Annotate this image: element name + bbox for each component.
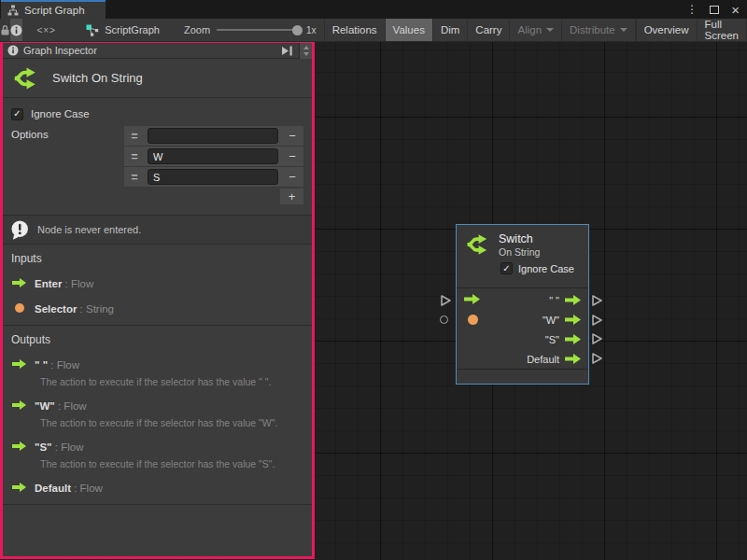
outputs-section: Outputs " " : Flow The action to execute… (3, 326, 312, 504)
drag-handle-icon[interactable]: = (124, 147, 145, 166)
dock-panel-icon[interactable] (281, 46, 293, 56)
flow-arrow-icon (565, 295, 581, 305)
option-value-input[interactable] (148, 128, 278, 144)
options-label: Options (11, 126, 49, 140)
add-option-button[interactable]: + (280, 189, 303, 204)
option-value-input[interactable] (148, 148, 278, 164)
inspector-fields: ✓ Ignore Case Options = − = (3, 98, 312, 215)
switch-on-string-node[interactable]: Switch On String ✓ Ignore Case " " (456, 224, 589, 385)
option-row: = − (124, 147, 303, 167)
zoom-value: 1x (306, 25, 317, 35)
remove-option-button[interactable]: − (281, 167, 303, 187)
chevron-down-icon (620, 28, 627, 32)
ignore-case-label: Ignore Case (31, 108, 90, 119)
graph-identity: ScriptGraph (86, 19, 160, 41)
zoom-control: Zoom 1x (184, 19, 317, 41)
flow-arrow-icon (12, 441, 26, 451)
options-list: = − = − = − (124, 126, 303, 204)
script-graph-icon (86, 24, 99, 36)
script-graph-window: Script Graph ⋮ × <×> (0, 0, 747, 560)
option-row: = − (124, 167, 303, 188)
toolbar-right-group: Overview Full Screen (636, 19, 747, 41)
node-ignore-case-checkbox[interactable]: ✓ (500, 262, 513, 274)
graph-inspector-panel: Graph Inspector Switch On String (0, 42, 315, 559)
lock-icon (0, 24, 10, 36)
external-output-port-3[interactable] (591, 332, 603, 345)
info-icon (10, 24, 22, 36)
node-selector-input-port[interactable] (468, 315, 478, 325)
output-port-row: Default : Flow (12, 479, 303, 496)
zoom-slider-handle[interactable] (292, 25, 303, 35)
external-output-port-2[interactable] (591, 314, 603, 327)
dim-button[interactable]: Dim (432, 19, 467, 41)
inputs-section: Inputs Enter : Flow Selector : String (3, 245, 312, 325)
values-button[interactable]: Values (385, 19, 432, 41)
input-port-row: Selector : String (12, 300, 303, 316)
switch-icon (465, 231, 491, 258)
info-icon (7, 45, 19, 56)
overview-button[interactable]: Overview (636, 19, 697, 41)
outputs-title: Outputs (11, 333, 303, 346)
full-screen-button[interactable]: Full Screen (697, 19, 747, 41)
maximize-icon[interactable] (710, 6, 719, 14)
external-output-port-4[interactable] (591, 352, 603, 365)
external-value-input-port[interactable] (440, 315, 448, 324)
value-port-icon (15, 303, 24, 313)
option-row: = − (124, 126, 303, 147)
warning-bubble-icon (10, 220, 30, 240)
flow-arrow-icon (12, 278, 26, 287)
output-port-row: "W" : Flow (12, 397, 303, 413)
panel-scroll-spinner[interactable] (299, 43, 312, 59)
toolbar: <×> ScriptGraph Zoom 1x Relations Values… (0, 19, 747, 42)
external-output-port-1[interactable] (591, 294, 603, 307)
inspector-node-title-block: Switch On String (3, 59, 312, 98)
ignore-case-checkbox[interactable]: ✓ (11, 108, 23, 120)
node-output-row[interactable]: "W" (543, 310, 581, 329)
lock-button[interactable] (0, 19, 10, 41)
switch-icon (12, 64, 40, 92)
warning-text: Node is never entered. (37, 224, 141, 235)
tab-script-graph[interactable]: Script Graph (1, 0, 106, 19)
node-flow-input-port[interactable] (464, 294, 480, 304)
external-flow-input-port[interactable] (440, 294, 452, 307)
node-subtitle: On String (499, 246, 540, 259)
inspector-empty-area (3, 505, 312, 556)
port-description: The action to execute if the selector ha… (40, 376, 303, 388)
drag-handle-icon[interactable]: = (124, 126, 145, 146)
distribute-dropdown[interactable]: Distribute (561, 19, 636, 41)
node-title: Switch (499, 232, 540, 246)
inspector-toggle-button[interactable] (10, 19, 22, 41)
inspector-header: Graph Inspector (3, 43, 312, 59)
node-output-row[interactable]: " " (549, 290, 581, 310)
input-port-row: Enter : Flow (12, 274, 303, 291)
output-port-row: "S" : Flow (12, 438, 303, 455)
remove-option-button[interactable]: − (281, 147, 303, 166)
output-port-row: " " : Flow (12, 356, 303, 372)
remove-option-button[interactable]: − (281, 126, 303, 146)
flow-arrow-icon (565, 354, 581, 364)
node-output-row[interactable]: "S" (545, 329, 581, 349)
port-description: The action to execute if the selector ha… (40, 417, 303, 429)
flow-arrow-icon (12, 359, 26, 369)
window-menu-icon[interactable]: ⋮ (686, 4, 698, 15)
node-header[interactable]: Switch On String ✓ Ignore Case (457, 225, 588, 287)
carry-button[interactable]: Carry (467, 19, 509, 41)
drag-handle-icon[interactable]: = (124, 167, 145, 187)
port-description: The action to execute if the selector ha… (40, 458, 303, 470)
inspector-node-title: Switch On String (52, 71, 143, 85)
inspector-title: Graph Inspector (23, 45, 97, 56)
align-dropdown[interactable]: Align (509, 19, 561, 41)
flow-arrow-icon (12, 400, 26, 410)
code-view-button[interactable]: <×> (36, 19, 56, 41)
chevron-down-icon (546, 28, 554, 32)
node-output-row[interactable]: Default (527, 349, 581, 369)
option-value-input[interactable] (148, 169, 278, 185)
window-controls: ⋮ × (686, 0, 740, 19)
spinner-down-icon[interactable] (303, 52, 309, 56)
close-icon[interactable]: × (731, 3, 740, 17)
relations-button[interactable]: Relations (324, 19, 385, 41)
node-ports: " " "W" "S" Default (457, 287, 588, 370)
zoom-slider[interactable] (217, 29, 299, 31)
spinner-up-icon[interactable] (303, 46, 309, 49)
flow-arrow-icon (565, 334, 581, 344)
